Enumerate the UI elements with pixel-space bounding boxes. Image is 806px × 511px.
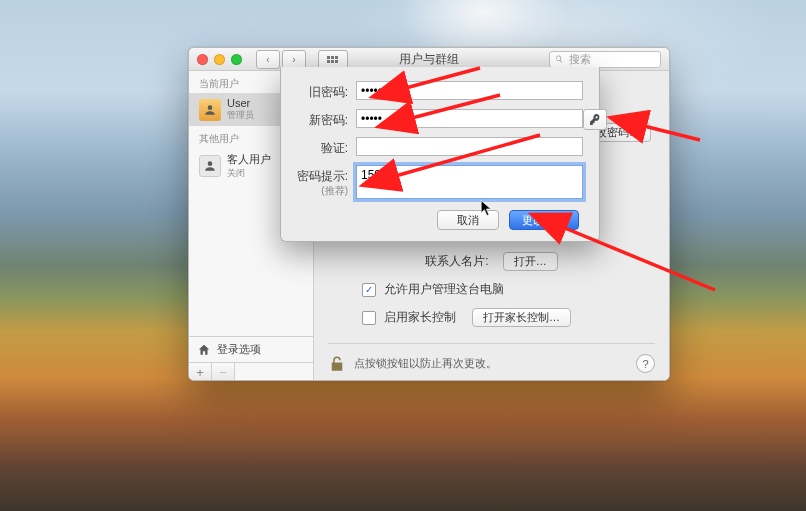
chevron-right-icon: ›: [292, 54, 295, 65]
verify-password-label: 验证:: [293, 137, 348, 157]
search-input[interactable]: [567, 52, 655, 66]
chevron-left-icon: ‹: [266, 54, 269, 65]
guest-user-status: 关闭: [227, 167, 271, 180]
login-options-label: 登录选项: [217, 342, 261, 357]
current-user-role: 管理员: [227, 109, 254, 122]
forward-button[interactable]: ›: [282, 50, 306, 69]
lock-row: 点按锁按钮以防止再次更改。 ?: [328, 343, 655, 373]
window-controls: [197, 54, 242, 65]
password-hint-input[interactable]: [356, 165, 583, 199]
contacts-card-label: 联系人名片:: [425, 253, 488, 270]
parental-controls-label: 启用家长控制: [384, 309, 456, 326]
user-icon: [199, 99, 221, 121]
parental-controls-checkbox[interactable]: [362, 311, 376, 325]
guest-user-name: 客人用户: [227, 153, 271, 165]
change-password-sheet: 旧密码: 新密码: 验证: 密码提示: (推荐) 取消 更改密码: [280, 67, 600, 242]
cancel-button[interactable]: 取消: [437, 210, 499, 230]
show-all-button[interactable]: [318, 50, 348, 69]
search-icon: [555, 54, 563, 64]
login-options[interactable]: 登录选项: [189, 337, 313, 362]
help-button[interactable]: ?: [636, 354, 655, 373]
zoom-window-button[interactable]: [231, 54, 242, 65]
add-user-button[interactable]: +: [189, 363, 212, 381]
close-window-button[interactable]: [197, 54, 208, 65]
grid-icon: [326, 55, 340, 63]
back-button[interactable]: ‹: [256, 50, 280, 69]
key-icon: [589, 113, 602, 126]
plus-icon: +: [196, 365, 204, 380]
house-icon: [197, 343, 211, 357]
current-user-name: User: [227, 97, 250, 109]
minimize-window-button[interactable]: [214, 54, 225, 65]
password-assistant-button[interactable]: [583, 109, 607, 130]
open-parental-controls-button[interactable]: 打开家长控制…: [472, 308, 571, 327]
guest-icon: [199, 155, 221, 177]
old-password-input[interactable]: [356, 81, 583, 100]
confirm-change-password-button[interactable]: 更改密码: [509, 210, 579, 230]
new-password-label: 新密码:: [293, 109, 348, 129]
open-contacts-button[interactable]: 打开…: [503, 252, 558, 271]
allow-admin-label: 允许用户管理这台电脑: [384, 281, 504, 298]
lock-icon[interactable]: [328, 355, 346, 373]
lock-hint-text: 点按锁按钮以防止再次更改。: [354, 356, 497, 371]
allow-admin-checkbox[interactable]: [362, 283, 376, 297]
password-hint-label: 密码提示: (推荐): [293, 165, 348, 198]
minus-icon: −: [219, 365, 227, 380]
search-field[interactable]: [549, 51, 661, 68]
verify-password-input[interactable]: [356, 137, 583, 156]
add-remove-row: + −: [189, 362, 313, 381]
new-password-input[interactable]: [356, 109, 583, 128]
nav-buttons: ‹ ›: [256, 50, 306, 69]
remove-user-button[interactable]: −: [212, 363, 235, 381]
old-password-label: 旧密码:: [293, 81, 348, 101]
